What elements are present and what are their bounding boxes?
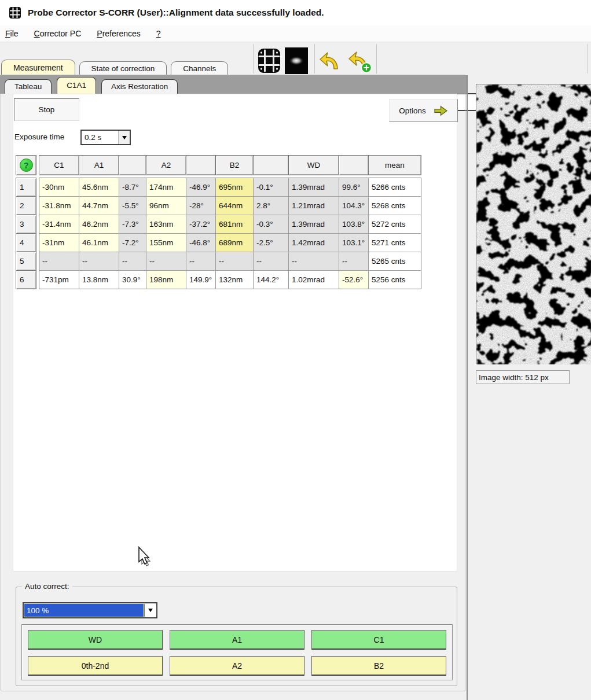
sample-image-noise — [476, 84, 591, 364]
undo-icon[interactable] — [318, 50, 342, 73]
table-cell: 695nm — [216, 178, 253, 196]
table-cell: -5.5° — [119, 197, 146, 215]
table-cell: -46.9° — [186, 178, 215, 196]
table-cell: -8.7° — [119, 178, 146, 196]
table-cell: 198nm — [146, 271, 186, 289]
column-header — [254, 156, 288, 175]
menu-item-file[interactable]: File — [5, 29, 19, 38]
table-cell: 45.6nm — [79, 178, 119, 196]
autocorrect-button-wd[interactable]: WD — [28, 630, 163, 650]
options-arrow-icon — [434, 105, 448, 116]
toolbar-separator — [376, 44, 377, 73]
tab-channels[interactable]: Channels — [171, 61, 228, 75]
table-cell: -- — [119, 252, 146, 270]
menu-item-help[interactable]: ? — [156, 29, 161, 38]
exposure-time-select[interactable]: 0.2 s — [80, 130, 131, 145]
column-header — [119, 156, 146, 175]
table-cell: -46.8° — [186, 234, 215, 252]
table-cell: -31.8nm — [39, 197, 79, 215]
table-cell: -- — [216, 252, 253, 270]
table-cell: -7.2° — [119, 234, 146, 252]
table-cell: -31nm — [39, 234, 79, 252]
window-title: Probe Corrector S-CORR (User)::Alignment… — [28, 8, 324, 18]
title-bar: Probe Corrector S-CORR (User)::Alignment… — [0, 0, 591, 25]
table-cell: 104.3° — [339, 197, 368, 215]
table-cell: 5272 cnts — [369, 215, 421, 233]
options-button[interactable]: Options — [389, 99, 458, 122]
undo-add-icon[interactable] — [347, 49, 373, 73]
table-cell: 644nm — [216, 197, 253, 215]
chevron-down-icon — [122, 136, 127, 139]
table-cell: 163nm — [146, 215, 186, 233]
menu-item-preferences[interactable]: Preferences — [97, 29, 141, 38]
table-cell: 2.8° — [254, 197, 288, 215]
tab-measurement[interactable]: Measurement — [1, 60, 75, 75]
app-icon — [9, 6, 21, 19]
table-cell: 132nm — [216, 271, 253, 289]
column-header — [339, 156, 368, 175]
toolbar-separator — [253, 44, 254, 73]
column-header-wd: WD — [289, 156, 339, 175]
panel-divider — [467, 75, 468, 700]
table-cell: 103.1° — [339, 234, 368, 252]
table-cell: 103.8° — [339, 215, 368, 233]
table-row-headers: 123456 — [16, 178, 36, 289]
chevron-down-icon — [148, 609, 153, 612]
table-cell: 1.39mrad — [289, 215, 339, 233]
table-cell: 46.2nm — [79, 215, 119, 233]
auto-correct-percent-select[interactable]: 100 % — [23, 602, 157, 618]
table-cell: 155nm — [146, 234, 186, 252]
table-cell: -31.4nm — [39, 215, 79, 233]
table-cell: -2.5° — [254, 234, 288, 252]
row-number: 3 — [16, 215, 36, 233]
image-width-caption: Image width: 512 px — [476, 370, 570, 384]
measurement-table: -30nm45.6nm-8.7°174nm-46.9°695nm-0.1°1.3… — [39, 178, 421, 289]
tab-state-of-correction[interactable]: State of correction — [79, 61, 167, 75]
subtab-c1a1[interactable]: C1A1 — [57, 77, 96, 94]
table-cell: 5271 cnts — [369, 234, 421, 252]
table-column-headers: C1A1A2B2WDmean — [39, 155, 421, 175]
table-cell: -- — [146, 252, 186, 270]
main-tab-bar: MeasurementState of correctionChannels — [1, 60, 228, 75]
table-cell: 1.02mrad — [289, 271, 339, 289]
autocorrect-button-c1[interactable]: C1 — [311, 630, 446, 650]
sub-tab-bar: TableauC1A1Axis Restoration — [5, 77, 178, 94]
column-header-a2: A2 — [146, 156, 186, 175]
exposure-time-arrow-button[interactable] — [118, 131, 130, 144]
table-cell: -731pm — [39, 271, 79, 289]
help-icon[interactable]: ? — [20, 159, 33, 172]
autocorrect-button-a2[interactable]: A2 — [170, 656, 304, 676]
subtab-tableau[interactable]: Tableau — [5, 79, 52, 94]
menu-item-corrector-pc[interactable]: Corrector PC — [34, 29, 82, 38]
auto-correct-percent-arrow-button[interactable] — [144, 604, 156, 617]
stop-button[interactable]: Stop — [14, 98, 79, 121]
table-cell: -- — [39, 252, 79, 270]
table-cell: 30.9° — [119, 271, 146, 289]
probe-image-icon[interactable] — [285, 47, 308, 74]
table-corner-cell: ? — [16, 155, 36, 175]
table-cell: 1.21mrad — [289, 197, 339, 215]
autocorrect-button-a1[interactable]: A1 — [170, 630, 304, 650]
options-button-label: Options — [399, 106, 426, 115]
column-header-mean: mean — [369, 156, 421, 175]
table-cell: -52.6° — [339, 271, 368, 289]
row-number: 1 — [16, 178, 36, 196]
table-cell: 46.1nm — [79, 234, 119, 252]
subtab-axis-restoration[interactable]: Axis Restoration — [101, 79, 178, 94]
mouse-cursor — [137, 546, 154, 568]
tableau-icon[interactable] — [256, 47, 282, 74]
autocorrect-button-b2[interactable]: B2 — [311, 656, 446, 676]
autocorrect-button-0th-2nd[interactable]: 0th-2nd — [28, 656, 163, 676]
table-cell: 681nm — [216, 215, 253, 233]
column-header-b2: B2 — [216, 156, 253, 175]
table-cell: -- — [339, 252, 368, 270]
toolbar-separator — [587, 44, 588, 73]
table-cell: 5265 cnts — [369, 252, 421, 270]
table-cell: 1.39mrad — [289, 178, 339, 196]
table-cell: 174nm — [146, 178, 186, 196]
table-cell: -30nm — [39, 178, 79, 196]
table-cell: 5266 cnts — [369, 178, 421, 196]
row-number: 2 — [16, 197, 36, 215]
row-number: 6 — [16, 271, 36, 289]
table-cell: 44.7nm — [79, 197, 119, 215]
